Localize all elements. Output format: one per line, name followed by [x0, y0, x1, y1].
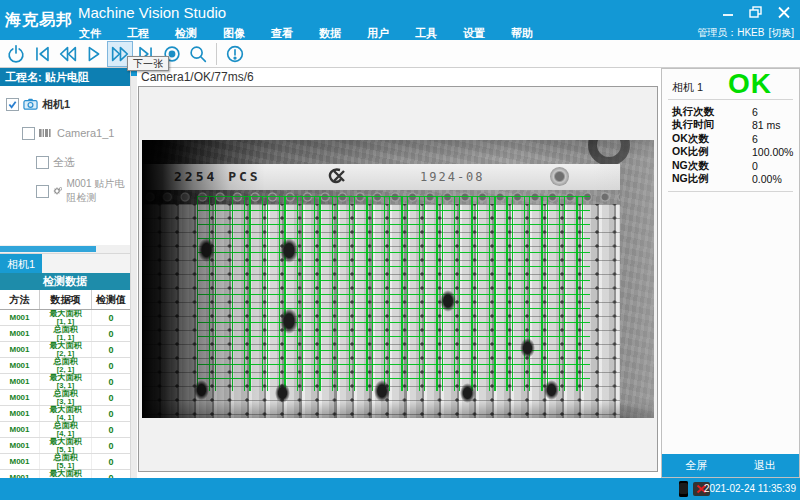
- tree-item-camera1-1[interactable]: Camera1_1: [0, 124, 130, 142]
- table-row[interactable]: M001 总面积[3, 1] 0: [0, 390, 130, 406]
- row-value: 0: [92, 326, 130, 341]
- table-row[interactable]: M001 总面积[2, 1] 0: [0, 358, 130, 374]
- image-viewport[interactable]: 2254 PCS 1924-08: [138, 86, 658, 472]
- row-value: 0: [92, 438, 130, 453]
- tooltip-next-image: 下一张: [127, 56, 169, 71]
- fullscreen-button[interactable]: 全屏: [662, 454, 731, 477]
- fast-backward-icon[interactable]: [55, 41, 81, 67]
- tree-label: Camera1_1: [57, 127, 114, 139]
- table-row[interactable]: M001 最大面积[5, 1] 0: [0, 438, 130, 454]
- table-row[interactable]: M001 最大面积[4, 1] 0: [0, 406, 130, 422]
- barcode-icon: [39, 128, 53, 138]
- minimize-icon[interactable]: [718, 4, 738, 20]
- checkbox-unchecked[interactable]: [22, 127, 35, 140]
- app-logo: 海克易邦: [5, 10, 73, 31]
- row-item: 总面积[5, 1]: [40, 454, 92, 469]
- table-row[interactable]: M001 最大面积[3, 1] 0: [0, 374, 130, 390]
- results-panel: 相机 1 OK 执行次数6 执行时间81 ms OK次数6 OK比例100.00…: [661, 68, 800, 478]
- stats-list: 执行次数6 执行时间81 ms OK次数6 OK比例100.00% NG次数0 …: [662, 105, 799, 186]
- table-row[interactable]: M001 最大面积[1, 1] 0: [0, 310, 130, 326]
- divider: [668, 99, 793, 100]
- col-method: 方法: [0, 290, 40, 309]
- panel-footer: 全屏 退出: [662, 454, 799, 477]
- row-item: 最大面积[3, 1]: [40, 374, 92, 389]
- table-row[interactable]: M001 最大面积[2, 1] 0: [0, 342, 130, 358]
- row-item: 总面积[2, 1]: [40, 358, 92, 373]
- row-method: M001: [0, 390, 40, 405]
- row-item: 最大面积[6, 1]: [40, 470, 92, 478]
- zoom-icon[interactable]: [185, 41, 211, 67]
- table-row[interactable]: M001 最大面积[6, 1] 0: [0, 470, 130, 478]
- tree-label: 相机1: [42, 97, 70, 112]
- row-value: 0: [92, 358, 130, 373]
- row-item: 最大面积[5, 1]: [40, 438, 92, 453]
- tree-item-select-all[interactable]: 全选: [0, 153, 130, 171]
- toolbar-separator: [216, 43, 217, 65]
- checkbox-unchecked[interactable]: [36, 185, 49, 198]
- checkbox-checked[interactable]: [6, 98, 19, 111]
- window-controls: [718, 4, 794, 20]
- stat-exec-count: 执行次数6: [662, 105, 799, 119]
- stat-ok-count: OK次数6: [662, 132, 799, 146]
- camera-result-label: 相机 1: [672, 80, 703, 95]
- restore-icon[interactable]: [746, 4, 766, 20]
- stat-ng-ratio: NG比例0.00%: [662, 173, 799, 187]
- col-value: 检测值: [92, 290, 130, 309]
- project-tree: 相机1 Camera1_1 全选 M001 贴片电阻检测: [0, 86, 130, 200]
- camera-image: 2254 PCS 1924-08: [142, 140, 654, 418]
- row-method: M001: [0, 342, 40, 357]
- status-bar: 2021-02-24 11:35:39: [0, 478, 800, 500]
- switch-user-link[interactable]: [切换]: [768, 26, 794, 40]
- row-method: M001: [0, 310, 40, 325]
- checkbox-unchecked[interactable]: [36, 156, 49, 169]
- scrollbar-thumb[interactable]: [0, 246, 96, 252]
- row-method: M001: [0, 454, 40, 469]
- app-title: Machine Vision Studio: [78, 4, 226, 21]
- alert-icon[interactable]: [222, 41, 248, 67]
- row-item: 最大面积[4, 1]: [40, 406, 92, 421]
- row-value: 0: [92, 390, 130, 405]
- tree-label: M001 贴片电阻检测: [66, 177, 130, 205]
- exit-button[interactable]: 退出: [731, 454, 800, 477]
- device-icon: [679, 481, 688, 497]
- camera-icon: [23, 98, 38, 110]
- gear-icon: [53, 185, 62, 197]
- tree-label: 全选: [53, 155, 75, 170]
- row-item: 最大面积[2, 1]: [40, 342, 92, 357]
- row-method: M001: [0, 406, 40, 421]
- row-item: 最大面积[1, 1]: [40, 310, 92, 325]
- camera-tab-strip: 相机1: [0, 253, 130, 273]
- status-badge: OK: [728, 68, 772, 100]
- divider: [668, 191, 793, 192]
- table-row[interactable]: M001 总面积[5, 1] 0: [0, 454, 130, 470]
- row-method: M001: [0, 422, 40, 437]
- panel-splitter[interactable]: [130, 68, 137, 478]
- row-value: 0: [92, 406, 130, 421]
- datetime-label: 2021-02-24 11:35:39: [704, 483, 796, 494]
- power-icon[interactable]: [3, 41, 29, 67]
- table-row[interactable]: M001 总面积[4, 1] 0: [0, 422, 130, 438]
- title-bar: 海克易邦 Machine Vision Studio 文件 工程 检测 图像 查…: [0, 0, 800, 40]
- row-value: 0: [92, 454, 130, 469]
- tree-item-m001[interactable]: M001 贴片电阻检测: [0, 182, 130, 200]
- row-value: 0: [92, 342, 130, 357]
- row-method: M001: [0, 358, 40, 373]
- row-method: M001: [0, 326, 40, 341]
- row-item: 总面积[4, 1]: [40, 422, 92, 437]
- detection-table: M001 最大面积[1, 1] 0 M001 总面积[1, 1] 0 M001 …: [0, 310, 130, 478]
- toolbar: [0, 40, 800, 68]
- image-result-label: Camera1/OK/77ms/6: [141, 70, 254, 84]
- table-row[interactable]: M001 总面积[1, 1] 0: [0, 326, 130, 342]
- play-icon[interactable]: [81, 41, 107, 67]
- admin-label: 管理员：HKEB: [697, 26, 764, 40]
- close-icon[interactable]: [774, 4, 794, 20]
- row-value: 0: [92, 310, 130, 325]
- first-frame-icon[interactable]: [29, 41, 55, 67]
- project-name-header: 工程名: 贴片电阻: [0, 68, 130, 86]
- table-header: 方法 数据项 检测值: [0, 290, 130, 310]
- horizontal-scrollbar[interactable]: [0, 245, 130, 253]
- row-value: 0: [92, 374, 130, 389]
- tree-item-camera1[interactable]: 相机1: [0, 95, 130, 113]
- tab-camera1[interactable]: 相机1: [0, 254, 42, 274]
- row-value: 0: [92, 470, 130, 478]
